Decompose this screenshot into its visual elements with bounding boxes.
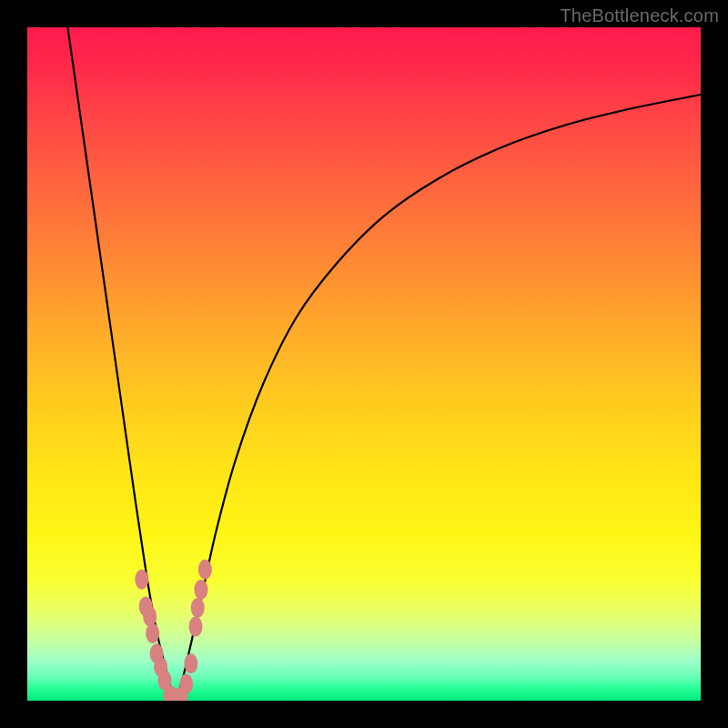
curve-right-branch bbox=[176, 95, 701, 701]
chart-frame: TheBottleneck.com bbox=[0, 0, 728, 728]
data-marker bbox=[179, 674, 193, 694]
data-marker bbox=[198, 560, 212, 580]
data-marker bbox=[194, 580, 207, 600]
plot-area bbox=[27, 27, 701, 701]
data-marker bbox=[143, 607, 157, 627]
data-marker bbox=[184, 653, 197, 673]
data-marker bbox=[189, 617, 203, 637]
data-marker bbox=[135, 570, 148, 590]
watermark-text: TheBottleneck.com bbox=[560, 5, 719, 26]
marker-group bbox=[135, 560, 212, 701]
curve-layer bbox=[27, 27, 701, 701]
data-marker bbox=[191, 598, 205, 618]
curve-left-branch bbox=[67, 27, 175, 701]
data-marker bbox=[146, 623, 159, 643]
